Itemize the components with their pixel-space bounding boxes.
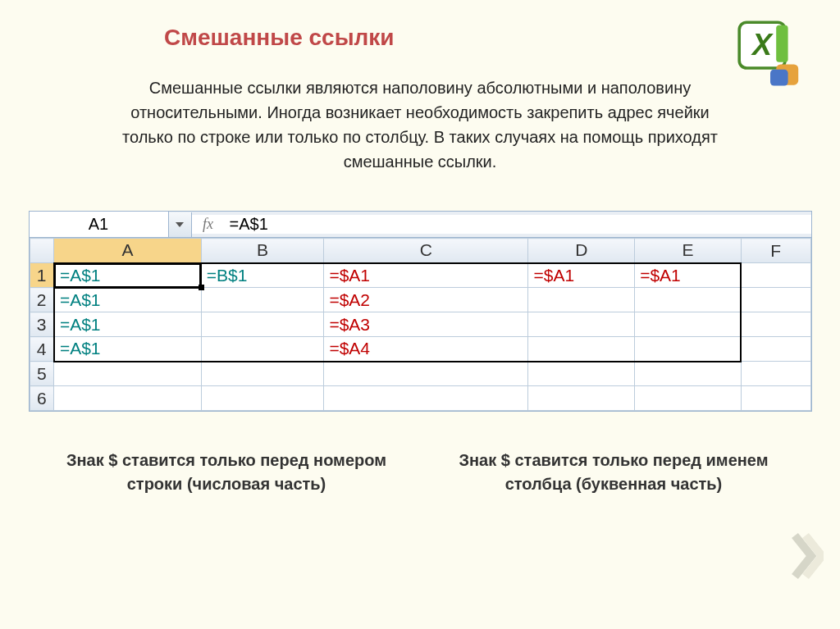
cell-B4[interactable]	[201, 337, 324, 362]
description-text: Смешанные ссылки являются наполовину абс…	[108, 75, 732, 174]
cell-B2[interactable]	[201, 288, 324, 312]
cell-F6[interactable]	[741, 386, 810, 411]
cell-B1[interactable]: =B$1	[201, 263, 324, 288]
formula-bar: A1 fx =A$1	[30, 212, 811, 238]
col-header-D[interactable]: D	[528, 239, 635, 263]
row-header-6[interactable]: 6	[30, 386, 54, 411]
cell-D1[interactable]: =$A1	[528, 263, 635, 288]
svg-rect-2	[776, 25, 788, 62]
cell-A1-value: =A$1	[60, 266, 101, 285]
cell-F3[interactable]	[741, 312, 810, 337]
row-header-3[interactable]: 3	[30, 312, 54, 337]
sheet-grid[interactable]: A B C D E F 1 =A$1 =B$1 =$A1 =$A1 =$A1 2…	[30, 238, 811, 411]
cell-E4[interactable]	[635, 337, 742, 362]
cell-A1[interactable]: =A$1	[54, 263, 201, 288]
col-header-C[interactable]: C	[324, 239, 528, 263]
corner-cell[interactable]	[30, 239, 54, 263]
cell-E5[interactable]	[635, 362, 742, 386]
cell-C2[interactable]: =$A2	[324, 288, 528, 312]
cell-D4[interactable]	[528, 337, 635, 362]
col-header-E[interactable]: E	[635, 239, 742, 263]
spreadsheet: A1 fx =A$1 A B C D E F 1 =A$1 =B$1 =$A1 …	[29, 211, 812, 412]
cell-B3[interactable]	[201, 312, 324, 337]
cell-D3[interactable]	[528, 312, 635, 337]
cell-E1[interactable]: =$A1	[635, 263, 742, 288]
cell-A5[interactable]	[54, 362, 201, 386]
col-header-A[interactable]: A	[54, 239, 201, 263]
row-header-1[interactable]: 1	[30, 263, 54, 288]
cell-C6[interactable]	[324, 386, 528, 411]
cell-F1[interactable]	[741, 263, 810, 288]
cell-E3[interactable]	[635, 312, 742, 337]
svg-marker-5	[176, 222, 184, 227]
svg-rect-4	[770, 70, 788, 86]
cell-D2[interactable]	[528, 288, 635, 312]
cell-F5[interactable]	[741, 362, 810, 386]
cell-D6[interactable]	[528, 386, 635, 411]
cell-A6[interactable]	[54, 386, 201, 411]
col-header-B[interactable]: B	[201, 239, 324, 263]
cell-C5[interactable]	[324, 362, 528, 386]
fill-handle-icon[interactable]	[199, 285, 204, 290]
name-box-dropdown-icon[interactable]	[169, 212, 192, 237]
col-header-F[interactable]: F	[741, 239, 810, 263]
name-box[interactable]: A1	[30, 212, 169, 237]
cell-B5[interactable]	[201, 362, 324, 386]
cell-E2[interactable]	[635, 288, 742, 312]
row-header-2[interactable]: 2	[30, 288, 54, 312]
page-title: Смешанные ссылки	[0, 0, 840, 51]
cell-C1[interactable]: =$A1	[324, 263, 528, 288]
cell-A2[interactable]: =A$1	[54, 288, 201, 312]
cell-B6[interactable]	[201, 386, 324, 411]
svg-text:X: X	[751, 28, 774, 62]
cell-D5[interactable]	[528, 362, 635, 386]
row-header-4[interactable]: 4	[30, 337, 54, 362]
fx-icon[interactable]: fx	[192, 216, 225, 233]
cell-A4[interactable]: =A$1	[54, 337, 201, 362]
row-header-5[interactable]: 5	[30, 362, 54, 386]
caption-left: Знак $ ставится только перед номером стр…	[62, 449, 390, 496]
cell-F2[interactable]	[741, 288, 810, 312]
cell-E6[interactable]	[635, 386, 742, 411]
cell-F4[interactable]	[741, 337, 810, 362]
excel-logo-icon: X	[733, 16, 807, 90]
chevron-right-icon	[791, 531, 824, 584]
cell-C4[interactable]: =$A4	[324, 337, 528, 362]
formula-bar-value[interactable]: =A$1	[225, 215, 268, 234]
cell-A3[interactable]: =A$1	[54, 312, 201, 337]
cell-C3[interactable]: =$A3	[324, 312, 528, 337]
caption-right: Знак $ ставится только перед именем стол…	[450, 449, 778, 496]
